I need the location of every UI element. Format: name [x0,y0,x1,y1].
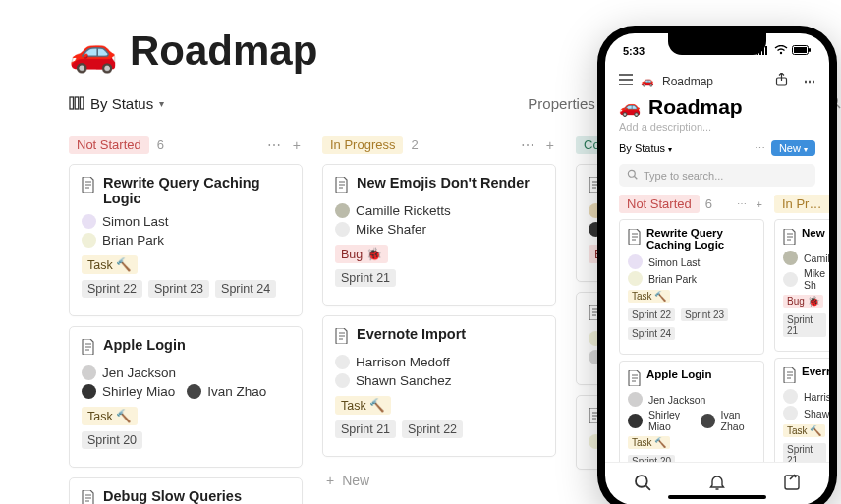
avatar [335,203,350,218]
sprint-tags: Sprint 21 [783,443,826,462]
sprint-tags: Sprint 22Sprint 23Sprint 24 [628,308,756,340]
assignee: Mike Sh [783,267,826,291]
add-card-button[interactable]: +New [322,467,556,494]
assignee-name: Harrison [804,391,829,403]
kanban-card[interactable]: New CamilleMike ShBug 🐞Sprint 21 [774,219,829,352]
card-title-text: Evernote Import [357,326,466,342]
column-more-icon[interactable]: ⋯ [519,138,536,153]
assignee-name: Jen Jackson [102,365,176,380]
assignee-name: Camille [804,252,829,264]
assignee-name: Brian Park [102,233,164,248]
column-add-icon[interactable]: + [755,198,764,210]
sprint-tag: Sprint 20 [628,455,675,462]
assignee-list: Jen JacksonShirley MiaoIvan Zhao [628,392,756,432]
phone-view-switcher[interactable]: By Status ▾ [619,142,672,154]
phone-description-placeholder[interactable]: Add a description... [605,121,829,140]
column-status-tag[interactable]: In Progress [322,136,403,154]
hamburger-icon[interactable] [619,74,633,88]
column-status-tag[interactable]: In Progres [774,195,829,213]
phone-mockup: 5:33 🚗 Roadmap ⋯ 🚗 Roadmap Add a descrip… [597,26,837,504]
view-switcher[interactable]: By Status ▾ [69,95,164,112]
nav-search-icon[interactable] [634,474,651,495]
phone-view-more-icon[interactable]: ⋯ [755,142,765,155]
type-tag: Task 🔨 [82,407,138,425]
assignee: Shirley Miao [628,409,693,432]
phone-board-wrap: Not Started6⋯+Rewrite Query Caching Logi… [605,195,829,462]
kanban-card[interactable]: Evernote ImportHarrison MedoffShawn Sanc… [322,315,556,457]
nav-compose-icon[interactable] [783,474,801,495]
card-title-text: Debug Slow Queries [103,488,242,504]
battery-icon [792,45,812,57]
kanban-card[interactable]: Debug Slow QueriesShirley MiaoLeslie Jen… [69,477,303,504]
assignee: Ivan Zhao [701,409,756,432]
properties-action[interactable]: Properties [528,95,594,112]
assignee-name: Jen Jackson [648,394,705,406]
svg-rect-0 [70,97,74,109]
column-count: 6 [705,196,712,211]
sprint-tags: Sprint 22Sprint 23Sprint 24 [82,280,290,298]
assignee-name: Shirley Miao [648,409,693,432]
phone-search-input[interactable]: Type to search... [619,164,815,187]
card-title-text: Everr [802,365,829,385]
sprint-tags: Sprint 21 [335,269,543,287]
assignee-name: Shirley Miao [102,384,175,399]
assignee: Camille Ricketts [335,203,543,218]
svg-point-42 [628,170,635,177]
avatar [783,389,798,404]
assignee-name: Mike Shafer [356,222,426,237]
svg-rect-32 [765,46,767,55]
sprint-tag: Sprint 22 [402,420,463,438]
column-status-tag[interactable]: Not Started [69,136,149,154]
nav-notifications-icon[interactable] [708,474,726,495]
kanban-card[interactable]: Apple LoginJen JacksonShirley MiaoIvan Z… [69,326,303,468]
doc-icon [82,177,95,196]
type-tag: Task 🔨 [335,396,391,415]
sprint-tags: Sprint 21 [783,313,826,337]
svg-rect-36 [809,48,811,52]
assignee: Jen Jackson [628,392,756,407]
kanban-card[interactable]: Rewrite Query Caching LogicSimon LastBri… [69,164,303,316]
kanban-card[interactable]: Rewrite Query Caching LogicSimon LastBri… [619,219,764,355]
kanban-card[interactable]: EverrHarrisonShawnTask 🔨Sprint 21 [774,358,829,462]
sprint-tag: Sprint 21 [335,420,396,438]
card-title-text: New Emojis Don't Render [357,175,530,191]
column-add-icon[interactable]: + [291,138,303,153]
assignee: Shawn Sanchez [335,373,543,388]
phone-view-switcher-label: By Status [619,142,665,154]
type-tag: Task 🔨 [783,424,825,437]
assignee-row: Shirley MiaoIvan Zhao [82,384,290,399]
new-page-button[interactable]: New ▾ [771,140,815,156]
assignee-name: Simon Last [648,256,701,268]
assignee-list: Camille RickettsMike Shafer [335,203,543,237]
assignee-name: Simon Last [102,214,169,229]
chevron-down-icon: ▾ [804,145,808,154]
more-icon[interactable]: ⋯ [804,75,815,88]
kanban-column: Not Started6⋯+Rewrite Query Caching Logi… [619,195,764,462]
sprint-tag: Sprint 21 [783,443,826,462]
assignee: Ivan Zhao [187,384,266,399]
doc-icon [82,490,95,504]
svg-rect-1 [75,97,79,109]
kanban-card[interactable]: Apple LoginJen JacksonShirley MiaoIvan Z… [619,361,764,462]
column-header: In Progres [774,195,829,213]
type-tag: Bug 🐞 [335,245,388,263]
assignee-row: Shirley MiaoIvan Zhao [628,409,756,432]
column-status-tag[interactable]: Not Started [619,195,700,213]
column-header: Not Started6⋯+ [69,136,303,154]
phone-screen: 5:33 🚗 Roadmap ⋯ 🚗 Roadmap Add a descrip… [605,33,829,504]
svg-line-60 [645,485,650,490]
sprint-tags: Sprint 20 [628,455,756,462]
plus-icon: + [326,473,334,488]
svg-rect-35 [794,47,807,53]
share-icon[interactable] [775,73,788,89]
column-more-icon[interactable]: ⋯ [735,198,749,209]
column-more-icon[interactable]: ⋯ [265,138,283,153]
assignee-list: Jen JacksonShirley MiaoIvan Zhao [82,365,290,399]
assignee-list: Harrison MedoffShawn Sanchez [335,355,543,388]
column-add-icon[interactable]: + [544,138,556,153]
search-placeholder: Type to search... [644,170,723,182]
kanban-card[interactable]: New Emojis Don't RenderCamille RickettsM… [322,164,556,306]
avatar [335,222,350,237]
breadcrumb-text[interactable]: Roadmap [662,75,713,88]
assignee-name: Shawn [804,408,829,420]
